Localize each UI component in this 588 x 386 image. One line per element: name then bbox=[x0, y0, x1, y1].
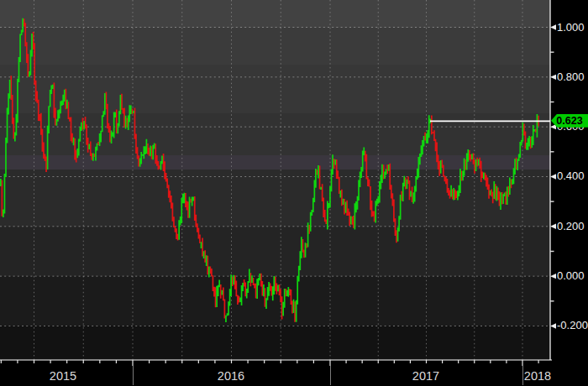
y-tick-label-0.800: 0.800 bbox=[557, 70, 587, 84]
year-separator bbox=[330, 366, 331, 385]
year-separator bbox=[133, 366, 134, 385]
gridlines-layer bbox=[0, 0, 550, 360]
y-tick-label-1.000: 1.000 bbox=[557, 21, 587, 34]
last-price-label: 0.623 bbox=[556, 115, 582, 127]
year-label-2017: 2017 bbox=[412, 369, 439, 383]
year-separator bbox=[522, 366, 523, 385]
y-tick-label-0.000: 0.000 bbox=[557, 269, 587, 283]
y-tick-label-0.200: 0.200 bbox=[557, 220, 587, 233]
chart-canvas bbox=[0, 0, 588, 386]
y-tick-label-0.400: 0.400 bbox=[557, 170, 587, 183]
year-label-2018: 2018 bbox=[524, 369, 551, 383]
year-label-2015: 2015 bbox=[50, 369, 76, 383]
last-price-tag: 0.623 bbox=[551, 114, 588, 128]
axis-frame-layer bbox=[0, 0, 556, 366]
chart-window: 1.0000.8000.6000.4000.2000.000-0.200 201… bbox=[0, 0, 588, 386]
year-label-2016: 2016 bbox=[218, 369, 244, 383]
y-tick-label--0.200: -0.200 bbox=[557, 319, 587, 332]
